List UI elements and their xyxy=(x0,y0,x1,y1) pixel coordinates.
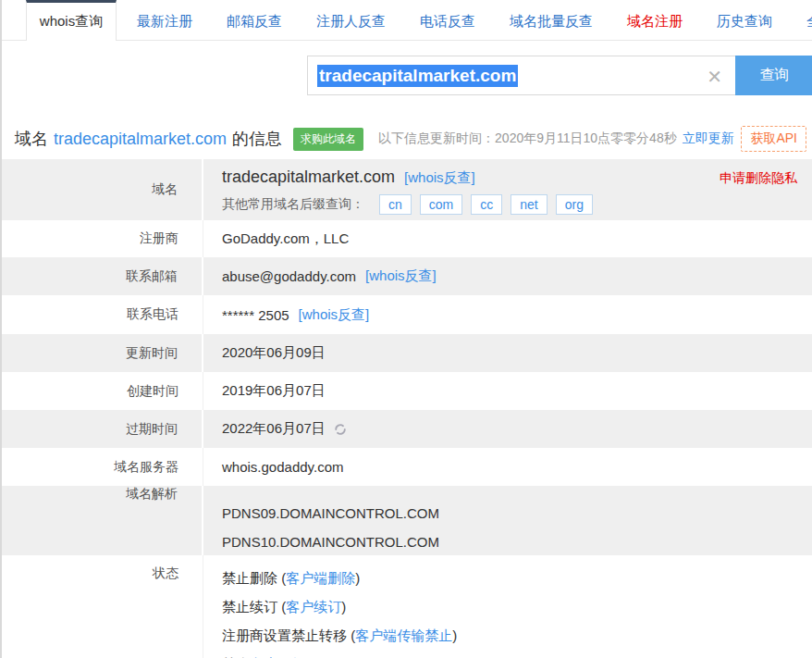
row-label: 域名 xyxy=(2,159,203,220)
whois-reverse-link[interactable]: [whois反查] xyxy=(404,169,475,187)
row-label: 创建时间 xyxy=(2,372,203,410)
row-label: 更新时间 xyxy=(2,334,203,372)
search-section: tradecapitalmarket.com ✕ 查询 xyxy=(2,41,812,118)
status-link[interactable]: 客户续订 xyxy=(286,599,341,615)
info-header: 域名tradecapitalmarket.com的信息 求购此域名 以下信息更新… xyxy=(2,118,812,159)
suffix-cc-button[interactable]: cc xyxy=(471,194,502,215)
get-api-button[interactable]: 获取API xyxy=(741,126,806,152)
table-row-registrar: 注册商 GoDaddy.com，LLC xyxy=(2,220,812,257)
nameserver-value: PDNS09.DOMAINCONTROL.COM xyxy=(222,499,812,528)
tab-email-reverse[interactable]: 邮箱反查 xyxy=(227,2,282,40)
suffix-net-button[interactable]: net xyxy=(511,194,547,215)
page-title: 域名tradecapitalmarket.com的信息 xyxy=(15,128,282,150)
tab-batch-reverse[interactable]: 域名批量反查 xyxy=(510,2,593,40)
table-row-nameservers: 域名解析 PDNS09.DOMAINCONTROL.COM PDNS10.DOM… xyxy=(2,486,812,555)
suffix-query-label: 其他常用域名后缀查询： xyxy=(222,196,364,213)
status-item: 禁止续订 (客户续订) xyxy=(222,592,812,621)
refresh-icon[interactable] xyxy=(333,422,348,437)
status-link[interactable]: 客户端删除 xyxy=(286,570,355,586)
buy-domain-badge[interactable]: 求购此域名 xyxy=(293,128,363,151)
whois-reverse-link[interactable]: [whois反查] xyxy=(299,306,370,324)
search-input-value: tradecapitalmarket.com xyxy=(317,65,518,87)
update-time-text: 以下信息更新时间：2020年9月11日10点零零分48秒 xyxy=(378,130,677,147)
page-title-domain: tradecapitalmarket.com xyxy=(48,130,232,148)
row-label: 注册商 xyxy=(2,220,203,257)
table-row-whois-server: 域名服务器 whois.godaddy.com xyxy=(2,448,812,486)
table-row-updated: 更新时间 2020年06月09日 xyxy=(2,334,812,372)
table-row-domain: 域名 tradecapitalmarket.com [whois反查] 申请删除… xyxy=(2,159,812,220)
domain-value: tradecapitalmarket.com xyxy=(222,168,395,187)
suffix-cn-button[interactable]: cn xyxy=(379,194,412,215)
tab-global-domain[interactable]: 全球域名 xyxy=(806,2,812,40)
table-row-expires: 过期时间 2022年06月07日 xyxy=(2,410,812,448)
tab-domain-register[interactable]: 域名注册 xyxy=(627,2,683,40)
email-value: abuse@godaddy.com xyxy=(222,268,356,284)
tab-whois-query[interactable]: whois查询 xyxy=(26,0,117,41)
tab-newly-registered[interactable]: 最新注册 xyxy=(137,2,192,40)
expires-value: 2022年06月07日 xyxy=(222,420,326,438)
tab-phone-reverse[interactable]: 电话反查 xyxy=(420,2,475,40)
whois-page: whois查询 最新注册 邮箱反查 注册人反查 电话反查 域名批量反查 域名注册… xyxy=(0,0,812,658)
table-row-status: 状态 禁止删除 (客户端删除) 禁止续订 (客户续订) 注册商设置禁止转移 (客… xyxy=(2,555,812,658)
table-row-phone: 联系电话 ****** 2505 [whois反查] xyxy=(2,295,812,334)
nameserver-value: PDNS10.DOMAINCONTROL.COM xyxy=(222,528,812,556)
table-row-email: 联系邮箱 abuse@godaddy.com [whois反查] xyxy=(2,257,812,295)
whois-table: 域名 tradecapitalmarket.com [whois反查] 申请删除… xyxy=(2,159,812,658)
status-item: 禁止客户更新) xyxy=(222,650,812,658)
table-row-created: 创建时间 2019年06月07日 xyxy=(2,372,812,410)
row-label: 状态 xyxy=(2,555,203,658)
tab-registrant-reverse[interactable]: 注册人反查 xyxy=(316,2,386,40)
status-link[interactable]: 客户端传输禁止 xyxy=(355,627,452,643)
suffix-org-button[interactable]: org xyxy=(556,194,593,215)
row-label: 联系邮箱 xyxy=(2,257,203,295)
search-button[interactable]: 查询 xyxy=(735,56,812,95)
remove-privacy-link[interactable]: 申请删除隐私 xyxy=(720,170,797,185)
row-label: 联系电话 xyxy=(2,295,203,334)
row-label: 域名服务器 xyxy=(2,448,203,486)
suffix-com-button[interactable]: com xyxy=(420,194,462,215)
tab-history-query[interactable]: 历史查询 xyxy=(717,2,772,40)
whois-server-value: whois.godaddy.com xyxy=(203,448,812,486)
status-item: 注册商设置禁止转移 (客户端传输禁止) xyxy=(222,621,812,650)
updated-value: 2020年06月09日 xyxy=(203,334,812,372)
status-item: 禁止删除 (客户端删除) xyxy=(222,564,812,592)
row-label: 过期时间 xyxy=(2,410,203,448)
registrar-value: GoDaddy.com，LLC xyxy=(203,220,812,257)
refresh-now-link[interactable]: 立即更新 xyxy=(683,130,734,147)
created-value: 2019年06月07日 xyxy=(203,372,812,410)
clear-icon[interactable]: ✕ xyxy=(707,56,722,96)
whois-reverse-link[interactable]: [whois反查] xyxy=(365,267,437,285)
search-input[interactable]: tradecapitalmarket.com ✕ xyxy=(307,56,735,95)
tab-bar: whois查询 最新注册 邮箱反查 注册人反查 电话反查 域名批量反查 域名注册… xyxy=(2,0,812,41)
row-label: 域名解析 xyxy=(2,486,203,555)
phone-value: ****** 2505 xyxy=(222,307,289,323)
